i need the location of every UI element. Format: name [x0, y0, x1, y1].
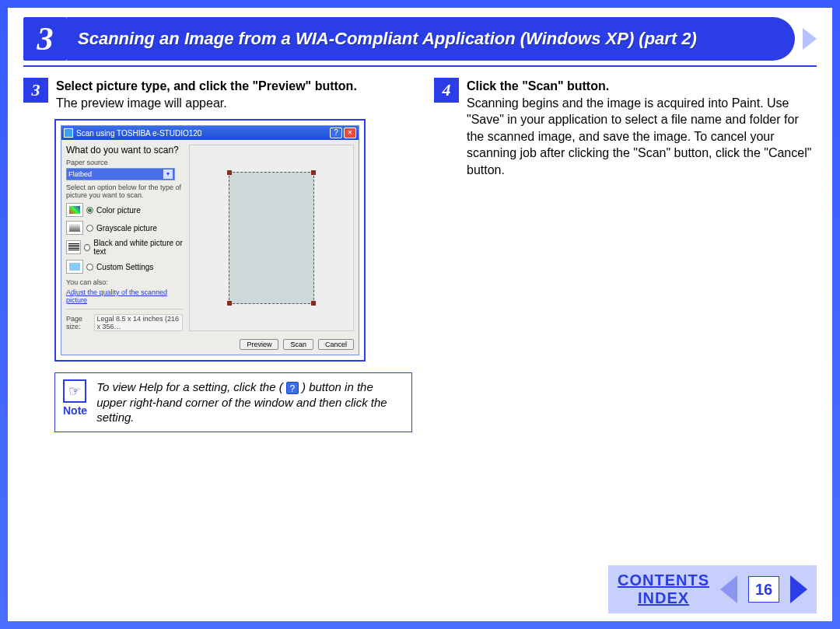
you-can-also-label: You can also: [66, 278, 183, 286]
chapter-header: 3 Scanning an Image from a WIA-Compliant… [23, 17, 817, 61]
option-label: Black and white picture or text [93, 239, 183, 256]
preview-pane [189, 145, 354, 331]
close-icon[interactable]: × [344, 128, 356, 138]
xp-scan-dialog: Scan using TOSHIBA e-STUDIO120 ? × What … [61, 125, 359, 355]
radio-icon [84, 244, 90, 251]
option-label: Color picture [96, 206, 141, 215]
option-custom[interactable]: Custom Settings [66, 260, 183, 274]
option-grayscale[interactable]: Grayscale picture [66, 221, 183, 235]
step-body: The preview image will appear. [56, 96, 227, 110]
scan-button[interactable]: Scan [283, 339, 313, 350]
note-box: ☞ Note To view Help for a setting, click… [54, 372, 412, 432]
step-body: Scanning begins and the image is acquire… [467, 96, 811, 176]
page-number: 16 [748, 576, 779, 603]
radio-icon [86, 225, 93, 232]
index-link[interactable]: INDEX [618, 589, 709, 607]
step-title: Select picture type, and click the "Prev… [56, 79, 357, 93]
chapter-number-badge: 3 [23, 17, 67, 61]
chevron-right-icon [803, 28, 817, 50]
radio-icon [86, 207, 93, 214]
step-text: Select picture type, and click the "Prev… [56, 78, 412, 111]
app-icon [64, 128, 73, 138]
contents-link[interactable]: CONTENTS [618, 571, 709, 589]
preview-button[interactable]: Preview [240, 339, 278, 350]
manual-page: 3 Scanning an Image from a WIA-Compliant… [8, 8, 832, 621]
content-columns: 3 Select picture type, and click the "Pr… [23, 78, 817, 432]
step-number-badge: 4 [434, 78, 459, 103]
help-icon: ? [286, 382, 299, 394]
header-divider [23, 65, 817, 67]
page-footer: CONTENTS INDEX 16 [608, 565, 817, 613]
next-page-icon[interactable] [790, 575, 807, 603]
step-3-header: 3 Select picture type, and click the "Pr… [23, 78, 412, 111]
hand-point-icon: ☞ [63, 379, 86, 403]
right-column: 4 Click the "Scan" button. Scanning begi… [434, 78, 817, 432]
paper-source-select[interactable]: Flatbed ▾ [66, 168, 175, 180]
crop-handle-icon[interactable] [311, 170, 316, 175]
crop-handle-icon[interactable] [227, 301, 232, 306]
left-column: 3 Select picture type, and click the "Pr… [23, 78, 412, 432]
dialog-title: Scan using TOSHIBA e-STUDIO120 [76, 129, 201, 138]
help-icon[interactable]: ? [330, 128, 342, 138]
step-4-header: 4 Click the "Scan" button. Scanning begi… [434, 78, 817, 179]
select-option-text: Select an option below for the type of p… [66, 183, 183, 199]
crop-handle-icon[interactable] [227, 170, 232, 175]
dialog-heading: What do you want to scan? [66, 145, 183, 156]
note-text: To view Help for a setting, click the ( … [96, 379, 404, 425]
option-label: Custom Settings [96, 263, 153, 271]
step-text: Click the "Scan" button. Scanning begins… [467, 78, 817, 179]
option-color[interactable]: Color picture [66, 203, 183, 217]
note-label: Note [63, 404, 87, 417]
crop-handle-icon[interactable] [311, 301, 316, 306]
screenshot-frame: Scan using TOSHIBA e-STUDIO120 ? × What … [54, 119, 366, 362]
note-text-before: To view Help for a setting, click the ( [96, 380, 283, 393]
cancel-button[interactable]: Cancel [318, 339, 354, 350]
preview-document[interactable] [229, 172, 314, 304]
option-bw[interactable]: Black and white picture or text [66, 239, 183, 256]
step-number-badge: 3 [23, 78, 48, 103]
chapter-title-bar: Scanning an Image from a WIA-Compliant A… [67, 17, 795, 61]
option-label: Grayscale picture [96, 224, 157, 232]
chevron-down-icon: ▾ [163, 169, 173, 179]
radio-icon [86, 264, 93, 271]
xp-titlebar: Scan using TOSHIBA e-STUDIO120 ? × [61, 126, 359, 140]
prev-page-icon[interactable] [720, 575, 737, 603]
page-size-value: Legal 8.5 x 14 inches (216 x 356… [94, 314, 183, 331]
step-title: Click the "Scan" button. [467, 79, 609, 93]
adjust-quality-link[interactable]: Adjust the quality of the scanned pictur… [66, 288, 183, 304]
paper-source-label: Paper source [66, 159, 183, 166]
paper-source-value: Flatbed [68, 170, 92, 178]
page-size-label: Page size: [66, 315, 91, 330]
chapter-title: Scanning an Image from a WIA-Compliant A… [78, 29, 697, 49]
